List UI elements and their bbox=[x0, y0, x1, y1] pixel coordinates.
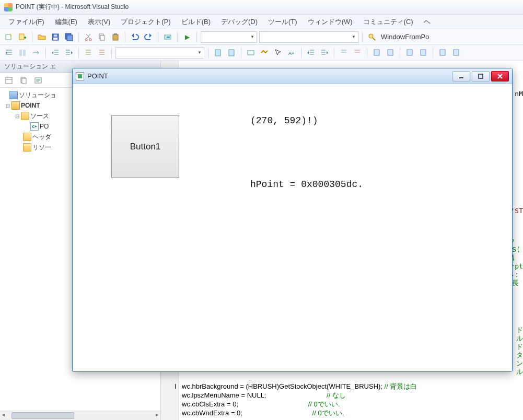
app-window: POINT Button1 (270, 592)!) hPoint = 0x00… bbox=[72, 68, 513, 372]
add-item-button[interactable] bbox=[17, 31, 28, 43]
menu-help[interactable]: ヘ bbox=[419, 16, 436, 28]
copy-button[interactable] bbox=[96, 31, 108, 43]
toolbar-standard: ▶ ▼ ▼ WindowFromPo bbox=[0, 29, 523, 45]
redo-button[interactable] bbox=[143, 31, 154, 43]
folder-icon bbox=[23, 133, 31, 141]
menu-project[interactable]: プロジェクト(P) bbox=[115, 16, 176, 28]
menu-view[interactable]: 表示(V) bbox=[83, 16, 115, 28]
svg-point-14 bbox=[369, 34, 373, 38]
platform-dropdown[interactable]: ▼ bbox=[259, 31, 358, 43]
menu-file[interactable]: ファイル(F) bbox=[3, 16, 50, 28]
svg-text:A»: A» bbox=[288, 51, 294, 56]
solution-hscrollbar[interactable] bbox=[0, 411, 160, 420]
outdent-button[interactable] bbox=[50, 47, 61, 59]
svg-rect-4 bbox=[54, 34, 57, 37]
bookmark-next2-button[interactable] bbox=[417, 47, 429, 59]
show-all-button[interactable] bbox=[18, 75, 29, 86]
bookmark-toggle-button[interactable] bbox=[385, 47, 396, 59]
open-button[interactable] bbox=[36, 31, 48, 43]
svg-rect-31 bbox=[479, 74, 483, 78]
undo-button[interactable] bbox=[129, 31, 141, 43]
menu-window[interactable]: ウィンドウ(W) bbox=[303, 16, 358, 28]
svg-rect-17 bbox=[215, 50, 220, 56]
svg-rect-27 bbox=[6, 77, 12, 84]
paste-button[interactable] bbox=[110, 31, 121, 43]
svg-rect-15 bbox=[19, 50, 22, 56]
display-param-button[interactable] bbox=[245, 47, 257, 59]
menu-community[interactable]: コミュニティ(C) bbox=[358, 16, 419, 28]
save-all-button[interactable] bbox=[63, 31, 75, 43]
svg-rect-29 bbox=[22, 78, 26, 84]
svg-rect-19 bbox=[248, 51, 254, 55]
bookmark-prev2-button[interactable] bbox=[404, 47, 415, 59]
svg-rect-26 bbox=[454, 50, 459, 55]
menubar: ファイル(F) 編集(E) 表示(V) プロジェクト(P) ビルド(B) デバッ… bbox=[0, 15, 523, 29]
folder-icon bbox=[21, 112, 29, 120]
toggle-button[interactable] bbox=[17, 47, 28, 59]
svg-rect-25 bbox=[440, 50, 445, 55]
app-window-client[interactable]: Button1 (270, 592)!) hPoint = 0x000305dc… bbox=[73, 84, 512, 371]
bookmark-next-button[interactable] bbox=[226, 47, 237, 59]
menu-build[interactable]: ビルド(B) bbox=[176, 16, 216, 28]
hpoint-text: hPoint = 0x000305dc. bbox=[250, 179, 363, 190]
find-symbol-button[interactable] bbox=[366, 31, 378, 43]
minimize-button[interactable] bbox=[452, 71, 470, 81]
menu-tools[interactable]: ツール(T) bbox=[263, 16, 303, 28]
menu-debug[interactable]: デバッグ(D) bbox=[216, 16, 263, 28]
menu-edit[interactable]: 編集(E) bbox=[50, 16, 83, 28]
svg-rect-6 bbox=[67, 35, 73, 41]
svg-rect-11 bbox=[113, 34, 118, 40]
code-frag-st: 'ST bbox=[511, 207, 523, 215]
start-debug-button[interactable]: ▶ bbox=[181, 31, 193, 43]
cursor-button[interactable] bbox=[272, 47, 284, 59]
uncomment2-button[interactable] bbox=[352, 47, 363, 59]
svg-rect-1 bbox=[19, 34, 24, 40]
code-frag-2: ド ル ド タ ン ル bbox=[516, 326, 523, 376]
member-dropdown[interactable]: ▼ bbox=[115, 47, 204, 59]
app-window-titlebar[interactable]: POINT bbox=[73, 68, 512, 84]
navigate-button[interactable] bbox=[162, 31, 173, 43]
find-label: WindowFromPo bbox=[381, 33, 429, 41]
svg-rect-16 bbox=[23, 50, 26, 56]
indent2-button[interactable] bbox=[319, 47, 330, 59]
comment-button[interactable] bbox=[83, 47, 94, 59]
display-quick-button[interactable] bbox=[259, 47, 270, 59]
indent-button[interactable] bbox=[63, 47, 75, 59]
new-project-button[interactable] bbox=[3, 31, 15, 43]
save-button[interactable] bbox=[50, 31, 61, 43]
toolbar-text-editor: ▼ A» bbox=[0, 45, 523, 61]
config-dropdown[interactable]: ▼ bbox=[201, 31, 257, 43]
svg-rect-10 bbox=[100, 36, 104, 40]
close-button[interactable] bbox=[491, 71, 509, 81]
bookmark-clear-button[interactable] bbox=[437, 47, 448, 59]
title-text: POINT (実行中) - Microsoft Visual Studio bbox=[16, 3, 129, 11]
comment2-button[interactable] bbox=[338, 47, 350, 59]
code-text: Iwc.hbrBackground = (HBRUSH)GetStockObje… bbox=[182, 382, 523, 418]
svg-rect-3 bbox=[53, 38, 57, 40]
svg-rect-18 bbox=[229, 50, 234, 56]
indent-decrease-button[interactable] bbox=[3, 47, 15, 59]
folder-icon bbox=[23, 143, 31, 151]
maximize-button[interactable] bbox=[472, 71, 490, 81]
word-button[interactable]: A» bbox=[286, 47, 297, 59]
bookmark-prev-button[interactable] bbox=[212, 47, 224, 59]
titlebar: POINT (実行中) - Microsoft Visual Studio bbox=[0, 0, 523, 15]
svg-rect-24 bbox=[421, 50, 426, 55]
view-code-button[interactable] bbox=[32, 75, 44, 86]
vs-logo-icon bbox=[4, 3, 13, 11]
svg-rect-23 bbox=[407, 50, 412, 55]
button1[interactable]: Button1 bbox=[111, 115, 179, 178]
properties-button[interactable] bbox=[3, 75, 15, 86]
code-frag-nm: nM bbox=[515, 90, 523, 98]
svg-rect-22 bbox=[388, 50, 393, 55]
dedent2-button[interactable] bbox=[305, 47, 317, 59]
cut-button[interactable] bbox=[83, 31, 94, 43]
project-icon bbox=[11, 101, 20, 110]
bookmark-extra-button[interactable] bbox=[450, 47, 462, 59]
coords-text: (270, 592)!) bbox=[250, 115, 318, 126]
svg-rect-12 bbox=[114, 33, 117, 35]
bookmark-button[interactable] bbox=[371, 47, 382, 59]
uncomment-button[interactable] bbox=[96, 47, 108, 59]
tab-button[interactable] bbox=[30, 47, 42, 59]
svg-rect-21 bbox=[374, 50, 379, 55]
